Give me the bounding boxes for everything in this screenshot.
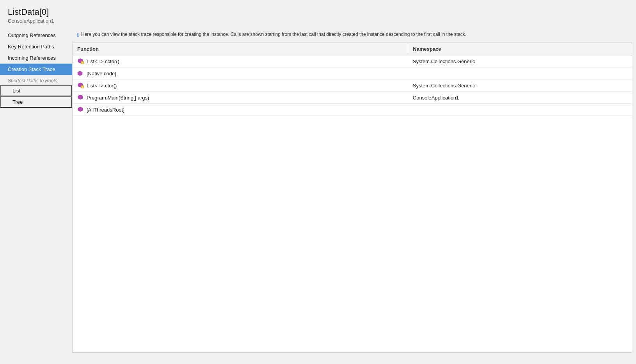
function-cell: [AllThreadsRoot] [73, 104, 408, 116]
page-subtitle: ConsoleApplication1 [8, 18, 628, 24]
namespace-cell [408, 104, 632, 116]
table-row[interactable]: [AllThreadsRoot] [73, 104, 632, 116]
table-row[interactable]: Program.Main(String[] args)ConsoleApplic… [73, 92, 632, 104]
sidebar-item-creation-stack-trace[interactable]: Creation Stack Trace [0, 64, 72, 75]
header: ListData[0] ConsoleApplication1 [0, 0, 636, 28]
table-container: Function Namespace S List<T>.cctor()Syst… [72, 43, 632, 353]
table-row[interactable]: S List<T>.cctor()System.Collections.Gene… [73, 55, 632, 67]
page-title: ListData[0] [8, 7, 628, 17]
function-icon: S [77, 58, 84, 65]
info-icon: ℹ [77, 31, 79, 39]
sidebar-item-key-retention-paths[interactable]: Key Retention Paths [0, 41, 72, 52]
function-name: [Native code] [87, 71, 116, 76]
function-cell: S List<T>.cctor() [73, 55, 408, 67]
namespace-cell: System.Collections.Generic [408, 55, 632, 67]
main-layout: Outgoing ReferencesKey Retention PathsIn… [0, 28, 636, 357]
col-function-header: Function [73, 43, 408, 55]
stack-trace-table: Function Namespace S List<T>.cctor()Syst… [73, 43, 632, 116]
function-cell: [Native code] [73, 67, 408, 80]
function-icon [77, 70, 84, 77]
content-area: ℹ Here you can view the stack trace resp… [72, 28, 636, 357]
table-row[interactable]: [Native code] [73, 67, 632, 80]
sidebar-subitem-tree[interactable]: Tree [0, 96, 72, 108]
function-cell: Program.Main(String[] args) [73, 92, 408, 104]
function-name: List<T>.ctor() [87, 83, 117, 89]
sidebar-item-incoming-references[interactable]: Incoming References [0, 52, 72, 64]
namespace-cell: System.Collections.Generic [408, 80, 632, 92]
svg-marker-8 [78, 107, 83, 112]
info-bar: ℹ Here you can view the stack trace resp… [72, 28, 632, 43]
svg-text:S: S [82, 86, 83, 88]
table-row[interactable]: S List<T>.ctor()System.Collections.Gener… [73, 80, 632, 92]
namespace-cell: ConsoleApplication1 [408, 92, 632, 104]
svg-marker-7 [78, 95, 83, 99]
function-icon: S [77, 82, 84, 89]
col-namespace-header: Namespace [408, 43, 632, 55]
sidebar-subitem-list[interactable]: List [0, 85, 72, 96]
namespace-cell [408, 67, 632, 80]
function-icon [77, 106, 84, 113]
function-name: [AllThreadsRoot] [87, 107, 124, 113]
function-name: List<T>.cctor() [87, 59, 119, 64]
sidebar: Outgoing ReferencesKey Retention PathsIn… [0, 28, 72, 357]
sidebar-section-label: Shortest Paths to Roots: [0, 75, 72, 85]
svg-marker-3 [78, 71, 82, 76]
info-text: Here you can view the stack trace respon… [81, 31, 466, 38]
sidebar-item-outgoing-references[interactable]: Outgoing References [0, 30, 72, 41]
function-cell: S List<T>.ctor() [73, 80, 408, 92]
function-icon [77, 94, 84, 101]
function-name: Program.Main(String[] args) [87, 95, 149, 101]
svg-text:S: S [82, 62, 83, 64]
